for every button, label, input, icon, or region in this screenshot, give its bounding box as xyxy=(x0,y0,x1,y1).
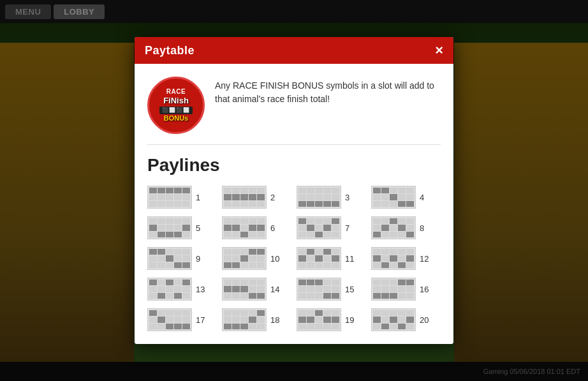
payline-cell xyxy=(315,310,323,316)
payline-cell xyxy=(232,324,240,329)
payline-cell xyxy=(398,188,406,193)
payline-cell xyxy=(232,262,240,268)
payline-cell xyxy=(373,255,381,261)
payline-cell xyxy=(298,194,306,200)
payline-cell xyxy=(332,286,339,292)
payline-item: 19 xyxy=(297,308,366,331)
close-button[interactable]: × xyxy=(435,43,443,57)
payline-cell xyxy=(398,324,406,329)
payline-cell xyxy=(158,201,165,207)
payline-cell xyxy=(257,194,265,200)
payline-cell xyxy=(406,324,414,329)
payline-cell xyxy=(323,293,331,299)
payline-number: 1 xyxy=(196,193,203,202)
payline-cell xyxy=(398,317,406,322)
payline-cell xyxy=(257,218,265,224)
payline-cell xyxy=(390,225,397,230)
payline-cell xyxy=(298,225,306,230)
payline-cell xyxy=(149,194,157,200)
payline-pattern xyxy=(147,308,192,331)
payline-cell xyxy=(390,249,397,255)
modal-title: Paytable xyxy=(145,44,195,57)
payline-number: 7 xyxy=(345,223,353,233)
payline-cell xyxy=(307,317,314,322)
payline-cell xyxy=(381,280,389,285)
payline-cell xyxy=(307,218,314,224)
payline-cell xyxy=(240,293,248,299)
payline-number: 12 xyxy=(420,254,429,264)
payline-cell xyxy=(373,324,381,329)
payline-cell xyxy=(315,317,323,322)
payline-cell xyxy=(257,324,265,329)
payline-cell xyxy=(182,255,190,261)
payline-cell xyxy=(182,201,190,207)
payline-cell xyxy=(257,249,265,255)
paytable-modal: Paytable × RACE FiNish ⬛⬜⬛⬜ BONUs Any RA… xyxy=(135,37,453,344)
payline-cell xyxy=(315,188,323,193)
payline-cell xyxy=(166,232,173,237)
payline-cell xyxy=(381,310,389,316)
payline-cell xyxy=(381,317,389,322)
payline-cell xyxy=(332,249,339,255)
payline-cell xyxy=(232,293,240,299)
payline-cell xyxy=(298,255,306,261)
payline-cell xyxy=(249,201,256,207)
payline-pattern xyxy=(371,186,416,209)
payline-item: 16 xyxy=(371,278,441,301)
payline-cell xyxy=(149,255,157,261)
bonus-section: RACE FiNish ⬛⬜⬛⬜ BONUs Any RACE FINISH B… xyxy=(135,64,453,144)
payline-cell xyxy=(381,188,389,193)
payline-cell xyxy=(373,286,381,292)
payline-cell xyxy=(182,324,190,329)
payline-cell xyxy=(249,286,256,292)
payline-item: 6 xyxy=(222,216,291,239)
payline-cell xyxy=(240,310,248,316)
payline-cell xyxy=(315,255,323,261)
payline-cell xyxy=(182,310,190,316)
payline-cell xyxy=(307,194,314,200)
payline-pattern xyxy=(222,247,267,270)
payline-cell xyxy=(224,218,232,224)
payline-cell xyxy=(381,293,389,299)
payline-cell xyxy=(232,194,240,200)
payline-cell xyxy=(323,317,331,322)
payline-cell xyxy=(257,317,265,322)
payline-cell xyxy=(158,280,165,285)
payline-cell xyxy=(224,286,232,292)
payline-cell xyxy=(166,249,173,255)
payline-cell xyxy=(149,293,157,299)
payline-cell xyxy=(166,201,173,207)
payline-pattern xyxy=(297,308,341,331)
payline-cell xyxy=(390,232,397,237)
payline-cell xyxy=(390,324,397,329)
payline-cell xyxy=(149,232,157,237)
payline-cell xyxy=(398,194,406,200)
payline-cell xyxy=(182,188,190,193)
payline-cell xyxy=(257,262,265,268)
payline-cell xyxy=(158,317,165,322)
payline-cell xyxy=(232,232,240,237)
payline-cell xyxy=(240,249,248,255)
payline-cell xyxy=(390,262,397,268)
payline-cell xyxy=(323,280,331,285)
payline-cell xyxy=(174,232,182,237)
payline-cell xyxy=(249,225,256,230)
payline-cell xyxy=(182,225,190,230)
paylines-section: Paylines 1234567891011121314151617181920 xyxy=(135,145,453,344)
payline-cell xyxy=(298,218,306,224)
modal-body[interactable]: RACE FiNish ⬛⬜⬛⬜ BONUs Any RACE FINISH B… xyxy=(135,64,453,344)
payline-cell xyxy=(174,293,182,299)
payline-item: 9 xyxy=(147,247,217,270)
payline-cell xyxy=(166,324,173,329)
payline-cell xyxy=(406,249,414,255)
payline-number: 6 xyxy=(270,223,278,233)
payline-number: 5 xyxy=(196,223,203,233)
payline-cell xyxy=(315,293,323,299)
payline-cell xyxy=(224,317,232,322)
payline-cell xyxy=(232,317,240,322)
payline-item: 17 xyxy=(147,308,217,331)
payline-cell xyxy=(232,286,240,292)
payline-cell xyxy=(182,232,190,237)
payline-cell xyxy=(249,262,256,268)
payline-cell xyxy=(257,255,265,261)
